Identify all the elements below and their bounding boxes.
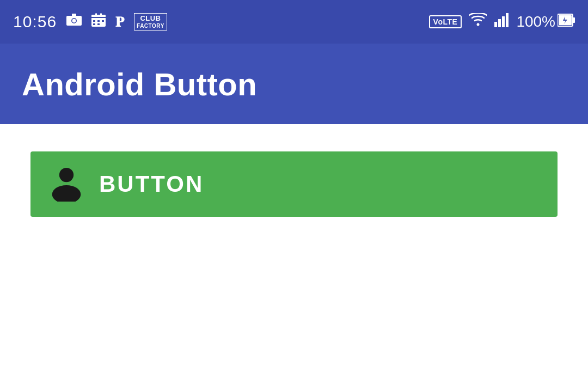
- button-label: BUTTON: [99, 171, 204, 197]
- main-button[interactable]: BUTTON: [30, 151, 558, 217]
- svg-rect-17: [502, 16, 505, 27]
- svg-rect-8: [91, 17, 106, 18]
- status-bar-right: VoLTE 100%: [429, 13, 575, 31]
- signal-icon: [494, 13, 509, 31]
- app-bar: Android Button: [0, 44, 588, 124]
- battery-icon: [558, 13, 575, 31]
- svg-rect-13: [97, 23, 100, 25]
- volte-badge: VoLTE: [429, 15, 462, 28]
- photo-icon: [66, 14, 82, 30]
- content-area: BUTTON: [0, 124, 588, 365]
- svg-point-14: [477, 23, 480, 26]
- svg-rect-20: [573, 17, 575, 23]
- calendar-icon: [91, 13, 106, 31]
- svg-rect-18: [506, 13, 509, 27]
- svg-point-2: [72, 19, 76, 23]
- person-icon: [50, 168, 83, 200]
- page-title: Android Button: [22, 66, 257, 102]
- svg-rect-6: [95, 13, 97, 17]
- svg-rect-7: [100, 13, 102, 17]
- svg-point-23: [52, 185, 81, 202]
- status-bar-left: 10:56: [13, 13, 167, 31]
- svg-rect-11: [102, 20, 104, 22]
- battery-percent: 100%: [516, 13, 555, 31]
- svg-rect-9: [93, 20, 95, 22]
- svg-rect-16: [498, 19, 501, 27]
- battery-area: 100%: [516, 13, 575, 31]
- status-time: 10:56: [13, 13, 57, 31]
- parking-icon: 𝐏: [115, 14, 124, 31]
- wifi-icon: [469, 13, 487, 31]
- svg-rect-15: [494, 22, 497, 27]
- svg-point-22: [59, 168, 74, 182]
- svg-rect-10: [97, 20, 100, 22]
- svg-rect-12: [93, 23, 95, 25]
- status-bar: 10:56: [0, 0, 588, 44]
- club-factory-icon: CLUB FACTORY: [134, 13, 167, 30]
- svg-rect-3: [72, 14, 76, 16]
